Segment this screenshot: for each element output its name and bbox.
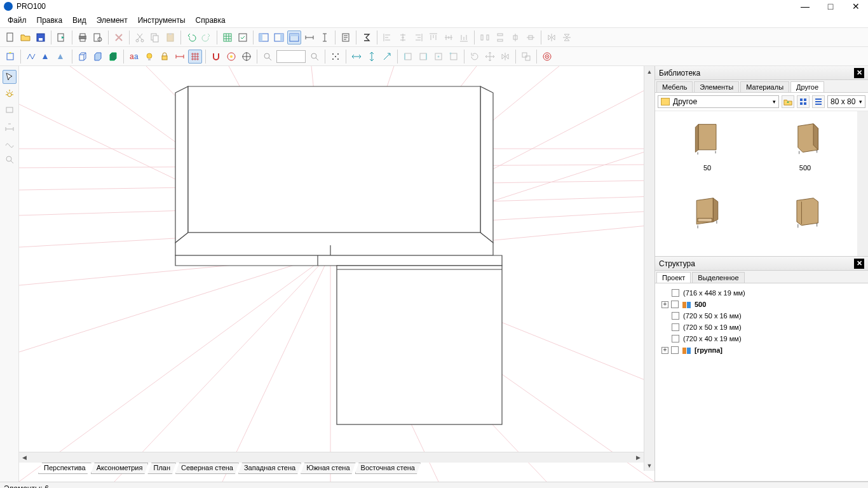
center-icon[interactable] bbox=[240, 50, 254, 64]
library-item[interactable]: 50 bbox=[660, 116, 754, 184]
up-folder-icon[interactable] bbox=[782, 95, 794, 108]
snap-icon[interactable] bbox=[209, 50, 223, 64]
sum-icon[interactable] bbox=[360, 30, 374, 44]
vertical-scrollbar[interactable]: ▲ ▼ bbox=[644, 66, 654, 471]
dimension-v-icon[interactable] bbox=[318, 30, 332, 44]
tree-row[interactable]: +[группа] bbox=[658, 344, 865, 356]
thumb-size-dropdown[interactable]: 80 x 80 ▾ bbox=[827, 95, 865, 108]
save-icon[interactable] bbox=[34, 30, 48, 44]
menu-file[interactable]: Файл bbox=[3, 15, 32, 26]
tree-expander-icon[interactable]: + bbox=[661, 347, 668, 354]
copy-icon[interactable] bbox=[148, 30, 162, 44]
distribute-h-icon[interactable] bbox=[478, 30, 492, 44]
menu-edit[interactable]: Правка bbox=[32, 15, 68, 26]
tab-east[interactable]: Восточная стена bbox=[355, 463, 421, 474]
tab-north[interactable]: Северная стена bbox=[175, 463, 239, 474]
maximize-button[interactable]: □ bbox=[825, 1, 836, 11]
tab-elements[interactable]: Элементы bbox=[694, 81, 739, 92]
center-y-icon[interactable] bbox=[524, 30, 538, 44]
box-color-icon[interactable] bbox=[91, 50, 105, 64]
tree-row[interactable]: (716 x 448 x 19 мм) bbox=[658, 287, 865, 299]
rect-tool-icon[interactable] bbox=[3, 103, 17, 117]
view-large-icon[interactable] bbox=[797, 95, 810, 108]
wire-icon[interactable] bbox=[24, 50, 38, 64]
delete-icon[interactable] bbox=[112, 30, 126, 44]
box-wire-icon[interactable] bbox=[76, 50, 90, 64]
tab-materials[interactable]: Материалы bbox=[740, 81, 789, 92]
report-icon[interactable] bbox=[339, 30, 353, 44]
snap-corner-icon[interactable] bbox=[447, 50, 461, 64]
redo-icon[interactable] bbox=[200, 30, 214, 44]
tab-selected[interactable]: Выделенное bbox=[692, 272, 744, 283]
dimension-h-icon[interactable] bbox=[302, 30, 316, 44]
zoom-icon[interactable] bbox=[261, 50, 275, 64]
tab-axonometry[interactable]: Аксонометрия bbox=[91, 463, 149, 474]
move-free-icon[interactable] bbox=[380, 50, 394, 64]
undo-icon[interactable] bbox=[184, 30, 198, 44]
paste-icon[interactable] bbox=[163, 30, 177, 44]
rotate-icon[interactable] bbox=[468, 50, 482, 64]
group-icon[interactable] bbox=[519, 50, 533, 64]
tab-west[interactable]: Западная стена bbox=[238, 463, 301, 474]
align-center-h-icon[interactable] bbox=[396, 30, 410, 44]
snap-edge1-icon[interactable] bbox=[401, 50, 415, 64]
lock-icon[interactable] bbox=[158, 50, 172, 64]
minimize-button[interactable]: — bbox=[799, 1, 811, 11]
tree-checkbox[interactable] bbox=[671, 301, 679, 308]
align-right-icon[interactable] bbox=[411, 30, 425, 44]
panel2-icon[interactable] bbox=[272, 30, 286, 44]
open-icon[interactable] bbox=[18, 30, 32, 44]
select-tool-icon[interactable] bbox=[3, 70, 17, 84]
tree-row[interactable]: +500 bbox=[658, 299, 865, 310]
tree-row[interactable]: (720 x 40 x 19 мм) bbox=[658, 333, 865, 344]
shade-icon[interactable] bbox=[55, 50, 69, 64]
close-button[interactable]: ✕ bbox=[850, 1, 862, 11]
preview-icon[interactable] bbox=[91, 30, 105, 44]
align-left-icon[interactable] bbox=[381, 30, 395, 44]
props-icon[interactable] bbox=[236, 30, 250, 44]
tab-furniture[interactable]: Мебель bbox=[656, 81, 693, 92]
menu-view[interactable]: Вид bbox=[67, 15, 92, 26]
mirror-icon[interactable] bbox=[498, 50, 512, 64]
tree-checkbox[interactable] bbox=[672, 323, 679, 331]
tree-checkbox[interactable] bbox=[672, 335, 679, 342]
box-texture-icon[interactable] bbox=[106, 50, 120, 64]
tree-checkbox[interactable] bbox=[672, 312, 679, 320]
structure-tree[interactable]: (716 x 448 x 19 мм)+500(720 x 50 x 16 мм… bbox=[655, 283, 868, 481]
menu-help[interactable]: Справка bbox=[191, 15, 231, 26]
tree-row[interactable]: (720 x 50 x 16 мм) bbox=[658, 310, 865, 322]
new-icon[interactable] bbox=[3, 30, 17, 44]
tree-expander-icon[interactable]: + bbox=[661, 301, 668, 308]
align-top-icon[interactable] bbox=[426, 30, 440, 44]
align-middle-icon[interactable] bbox=[442, 30, 456, 44]
tab-perspective[interactable]: Перспектива bbox=[38, 463, 92, 474]
grid-toggle-icon[interactable] bbox=[220, 30, 234, 44]
library-item[interactable]: 500 bbox=[758, 116, 852, 184]
center-x-icon[interactable] bbox=[508, 30, 522, 44]
light-icon[interactable] bbox=[142, 50, 156, 64]
distribute-v-icon[interactable] bbox=[493, 30, 507, 44]
flip-v-icon[interactable] bbox=[560, 30, 574, 44]
export-icon[interactable] bbox=[55, 30, 69, 44]
print-icon[interactable] bbox=[76, 30, 90, 44]
horizontal-scrollbar[interactable]: ◀▶ bbox=[19, 452, 644, 463]
menu-tools[interactable]: Инструменты bbox=[133, 15, 191, 26]
light-tool-icon[interactable] bbox=[3, 86, 17, 100]
library-close-icon[interactable]: ✕ bbox=[854, 68, 864, 78]
move-x-icon[interactable] bbox=[349, 50, 363, 64]
move-y-icon[interactable] bbox=[365, 50, 379, 64]
zoom-fit-icon[interactable] bbox=[308, 50, 322, 64]
tree-checkbox[interactable] bbox=[671, 346, 679, 354]
library-item[interactable] bbox=[758, 191, 852, 251]
tab-other[interactable]: Другое bbox=[790, 81, 824, 92]
align-bottom-icon[interactable] bbox=[457, 30, 471, 44]
view-list-icon[interactable] bbox=[812, 95, 825, 108]
snap-edge2-icon[interactable] bbox=[416, 50, 430, 64]
flip-h-icon[interactable] bbox=[545, 30, 559, 44]
snap-points-icon[interactable] bbox=[329, 50, 342, 64]
tree-checkbox[interactable] bbox=[672, 289, 679, 297]
collision-icon[interactable] bbox=[224, 50, 238, 64]
viewport[interactable]: ▲ ▼ ◀▶ Перспектива Аксонометрия План Сев… bbox=[19, 66, 654, 482]
grid-icon[interactable] bbox=[188, 50, 202, 64]
snap-center-icon[interactable] bbox=[431, 50, 445, 64]
